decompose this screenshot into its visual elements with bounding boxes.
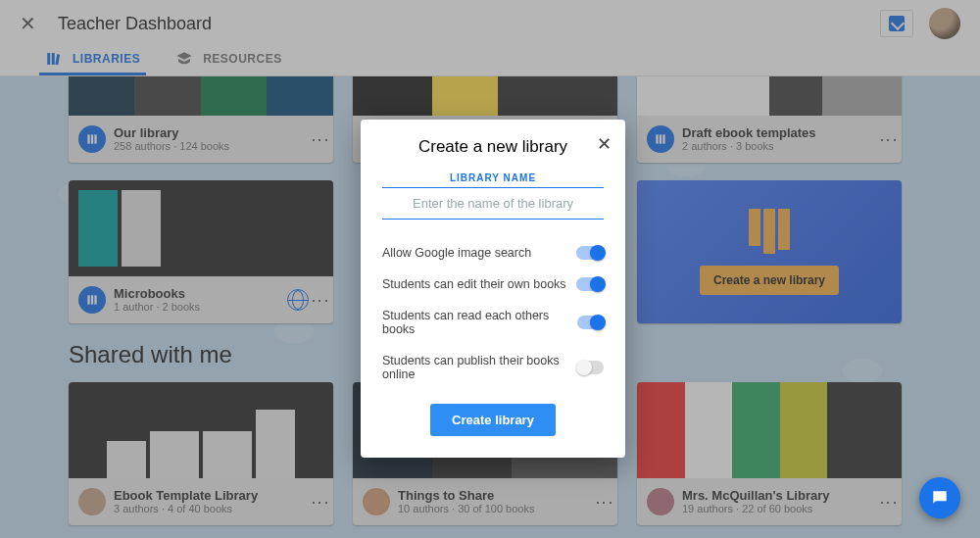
option-label: Students can read each others books [382, 309, 577, 336]
chat-fab[interactable] [919, 477, 960, 518]
modal-close-icon[interactable]: ✕ [597, 133, 612, 155]
toggle-students-edit-own[interactable] [576, 277, 604, 291]
option-label: Students can publish their books online [382, 354, 578, 381]
library-name-input[interactable] [382, 188, 604, 219]
create-library-submit[interactable]: Create library [430, 404, 556, 436]
option-label: Students can edit their own books [382, 277, 566, 291]
create-library-modal: ✕ Create a new library LIBRARY NAME Allo… [361, 120, 625, 458]
modal-title: Create a new library [382, 137, 604, 157]
option-row: Students can publish their books online [382, 345, 604, 390]
option-row: Students can edit their own books [382, 269, 604, 300]
toggle-students-publish-online[interactable] [578, 361, 604, 374]
option-row: Students can read each others books [382, 300, 604, 345]
toggle-students-read-others[interactable] [577, 316, 604, 329]
option-label: Allow Google image search [382, 246, 531, 260]
option-row: Allow Google image search [382, 237, 604, 269]
toggle-google-image-search[interactable] [576, 246, 604, 260]
chat-icon [930, 488, 950, 508]
field-label: LIBRARY NAME [382, 172, 604, 183]
